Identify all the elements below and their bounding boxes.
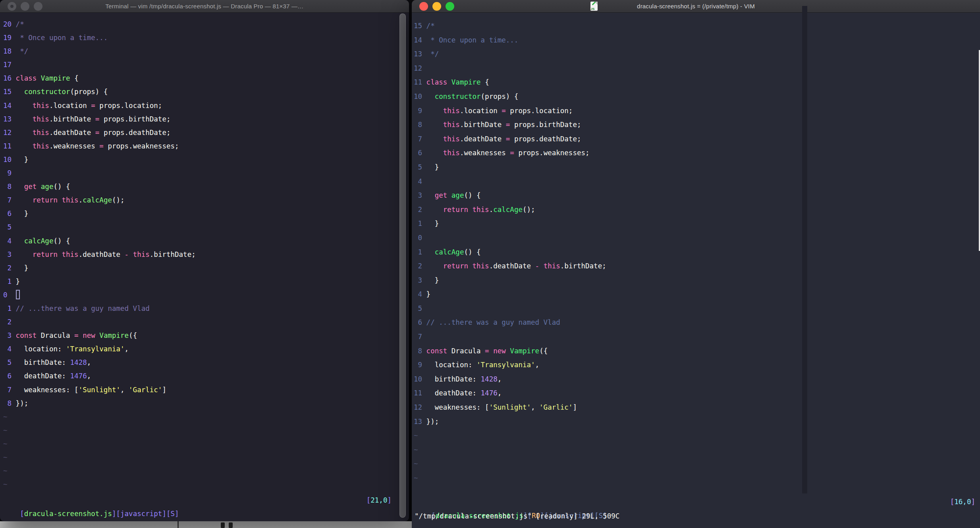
code-line: 6// ...there was a guy named Vlad (414, 316, 980, 330)
terminal-titlebar[interactable]: Terminal — vim /tmp/dracula-screenshot.j… (0, 0, 409, 13)
text-segment: .weaknesses (460, 149, 510, 157)
code-line: 15/* (414, 19, 980, 33)
text-segment: get (435, 191, 448, 199)
vim-buffer[interactable]: 15/*14 * Once upon a time...13 */1211cla… (414, 19, 980, 486)
text-segment: Vampire (99, 331, 129, 339)
text-segment (16, 129, 33, 137)
code-line: 12 weaknesses: ['Sunlight', 'Garlic'] (414, 401, 980, 415)
text-segment: }); (426, 418, 439, 426)
text-segment: location: (426, 361, 476, 369)
text-segment: props.weaknesses; (104, 142, 179, 150)
text-segment: } (16, 156, 29, 164)
text-segment: constructor (435, 92, 481, 100)
text-segment (489, 347, 494, 355)
text-segment (426, 248, 435, 256)
macvim-titlebar[interactable]: JS dracula-screenshot.js = (/private/tmp… (412, 0, 980, 13)
vim-buffer[interactable]: 20/*19 * Once upon a time...18 */1716cla… (3, 17, 409, 491)
text-segment: const (426, 347, 448, 355)
code-line: 20/* (3, 17, 409, 31)
line-number: 6 (3, 369, 12, 383)
line-number: 12 (3, 126, 12, 139)
code-line: 13}); (414, 415, 980, 429)
line-number: 0 (414, 231, 422, 245)
text-segment: this (473, 262, 489, 270)
text-segment: props.deathDate; (99, 129, 170, 137)
text-segment: , (498, 375, 502, 383)
code-line: 9 (3, 166, 409, 180)
text-segment: location: (16, 345, 66, 353)
text-segment: .birthDate; (150, 251, 196, 258)
code-line: 18 */ (3, 44, 409, 58)
text-segment: * Once upon a time... (16, 34, 108, 42)
text-segment: (props) { (70, 88, 108, 96)
empty-line-tilde: ~ (414, 457, 980, 471)
code-line: 13 this.birthDate = props.birthDate; (3, 112, 409, 126)
text-segment: = (99, 142, 104, 150)
text-segment: } (16, 210, 29, 218)
text-segment: , (125, 345, 129, 353)
scrollbar-thumb[interactable] (399, 13, 406, 518)
text-segment: ({ (129, 331, 137, 339)
text-segment: ][javascript][S] (112, 510, 179, 518)
text-segment (58, 196, 62, 204)
code-line: 11 deathDate: 1476, (414, 386, 980, 401)
text-segment: weaknesses: [ (426, 403, 489, 411)
text-segment: 'Garlic' (539, 403, 573, 411)
line-number: 14 (3, 99, 12, 112)
code-line: 5 } (414, 160, 980, 175)
text-segment (16, 196, 33, 204)
line-number: 15 (414, 19, 422, 33)
code-line: 8 get age() { (3, 180, 409, 193)
code-line: 9 location: 'Transylvania', (414, 358, 980, 372)
text-segment (468, 262, 473, 270)
line-number: 17 (3, 58, 12, 71)
text-segment (468, 206, 473, 214)
text-segment: Vampire (510, 347, 539, 355)
text-segment: Dracula (447, 347, 485, 355)
text-segment: weaknesses: [ (16, 386, 79, 394)
text-segment: .location (49, 102, 91, 110)
text-segment: */ (16, 47, 29, 55)
line-number: 8 (3, 397, 12, 410)
line-number: 7 (3, 383, 12, 397)
text-segment: props.birthDate; (510, 121, 581, 129)
text-segment: // ...there was a guy named Vlad (426, 318, 560, 326)
text-segment: { (481, 78, 489, 86)
text-segment (506, 347, 510, 355)
text-segment: props.birthDate; (99, 115, 170, 123)
text-segment: . (489, 206, 494, 214)
tilde-glyph: ~ (3, 453, 8, 461)
tilde-glyph: ~ (3, 480, 8, 488)
code-line: 4 calcAge() { (3, 234, 409, 248)
line-number: 1 (3, 302, 12, 315)
text-segment: 21,0 (370, 496, 387, 504)
text-segment: this (443, 135, 460, 143)
text-segment: calcAge (24, 237, 54, 245)
text-segment: ] (162, 386, 166, 394)
code-line: 3 } (414, 274, 980, 288)
text-segment: "/tmp/dracula-screenshot.js" [readonly] … (415, 512, 619, 520)
code-line: 0 (414, 231, 980, 245)
code-line: 6 this.weaknesses = props.weaknesses; (414, 146, 980, 160)
tilde-glyph: ~ (3, 426, 8, 434)
text-segment: class (426, 78, 448, 86)
code-line: 0 (3, 288, 409, 302)
line-number: 19 (3, 31, 12, 44)
text-segment (37, 74, 41, 82)
text-segment: }); (16, 399, 29, 407)
text-segment: = (95, 129, 100, 137)
text-segment: , (498, 389, 502, 397)
line-number: 3 (3, 329, 12, 342)
line-number: 13 (414, 47, 422, 62)
text-segment (447, 78, 451, 86)
code-line: 17 (3, 58, 409, 71)
code-line: 2 return this.calcAge(); (414, 203, 980, 217)
text-segment: (props) { (481, 92, 519, 100)
text-segment: return (33, 196, 58, 204)
text-segment (16, 102, 33, 110)
code-line: 8const Dracula = new Vampire({ (414, 344, 980, 358)
text-segment (16, 142, 33, 150)
line-number: 5 (3, 356, 12, 369)
line-number: 0 (3, 288, 12, 302)
text-segment (539, 262, 544, 270)
